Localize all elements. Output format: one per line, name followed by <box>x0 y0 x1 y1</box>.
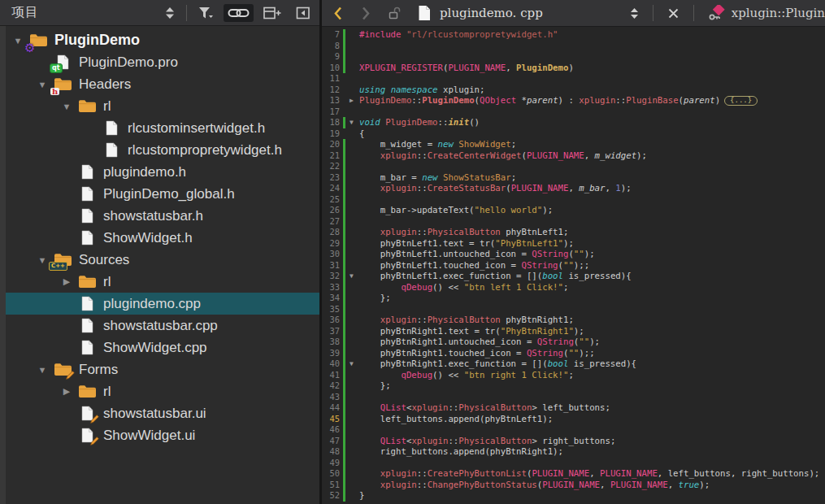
tree-item[interactable]: ▼C++Sources <box>0 249 319 271</box>
tree-item[interactable]: rlcustominsertwidget.h <box>0 117 319 139</box>
tree-item[interactable]: ▶rl <box>0 271 319 293</box>
diff-added-bar <box>343 326 345 337</box>
diff-added-bar <box>343 29 345 41</box>
tree-item[interactable]: showstatusbar.cpp <box>0 315 319 337</box>
code-line-text[interactable]: m_bar = new ShowStatusBar; <box>359 172 516 184</box>
tree-item[interactable]: ▼rl <box>0 95 319 117</box>
tree-item[interactable]: showstatusbar.ui <box>0 402 319 424</box>
diff-bar-spacer <box>343 73 345 85</box>
code-line: 39 phyBtnRight1.touched_icon = QString("… <box>322 348 825 359</box>
chevron-down-icon[interactable]: ▼ <box>33 365 52 375</box>
tree-item[interactable]: ▶rl <box>0 380 319 402</box>
code-line-text[interactable]: phyBtnRight1.touched_icon = QString("");… <box>359 348 595 359</box>
code-line-text[interactable]: qDebug() << "btn left 1 Click!"; <box>359 282 568 293</box>
fold-expanded-icon[interactable]: ▼ <box>345 358 358 370</box>
code-line-text[interactable]: phyBtnLeft1.untouched_icon = QString("")… <box>359 249 595 260</box>
line-number: 20 <box>322 139 340 150</box>
code-line: 22 <box>322 161 825 172</box>
chevron-right-icon[interactable]: ▶ <box>57 276 76 287</box>
file-icon <box>76 317 98 335</box>
code-line-text[interactable]: xplugin::CreatePhyButtonList(PLUGIN_NAME… <box>359 468 819 480</box>
tree-item[interactable]: qtPluginDemo.pro <box>0 51 319 73</box>
filter-icon[interactable] <box>194 3 218 23</box>
symbol-selector[interactable]: xplugin::Plugin <box>732 6 825 20</box>
document-dropdown-icon[interactable] <box>626 4 643 23</box>
diff-added-bar <box>343 41 345 52</box>
sort-updown-icon[interactable] <box>161 3 179 23</box>
line-number: 8 <box>322 41 340 52</box>
tree-item[interactable]: rlcustompropretywidget.h <box>0 139 319 161</box>
chevron-right-icon[interactable]: ▶ <box>57 386 76 397</box>
line-number: 51 <box>322 480 340 491</box>
code-line-text[interactable]: phyBtnLeft1.exec_function = [](bool is_p… <box>359 271 632 282</box>
tree-item-label: rlcustominsertwidget.h <box>128 120 265 137</box>
code-line-text[interactable]: xplugin::CreateStatusBar(PLUGIN_NAME, m_… <box>359 183 632 194</box>
code-line-text[interactable]: left_buttons.append(phyBtnLeft1); <box>359 414 553 425</box>
code-line-text[interactable]: } <box>359 490 364 502</box>
line-number: 40 <box>322 358 340 370</box>
diff-added-bar <box>343 348 345 359</box>
code-line-text[interactable]: #include "rl/rlcustompropretywidget.h" <box>359 29 558 41</box>
chevron-down-icon[interactable]: ▼ <box>57 102 76 111</box>
close-panel-icon[interactable] <box>292 3 315 23</box>
diff-added-bar <box>343 260 345 272</box>
split-panel-icon[interactable] <box>259 3 286 23</box>
line-number: 9 <box>322 51 340 63</box>
fold-expanded-icon[interactable]: ▼ <box>345 271 358 282</box>
code-line-text[interactable]: xplugin::PhysicalButton phyBtnLeft1; <box>359 227 568 238</box>
code-line-text[interactable]: QList<xplugin::PhysicalButton> left_butt… <box>359 402 610 414</box>
chevron-down-icon[interactable]: ▼ <box>33 80 52 89</box>
tree-item[interactable]: ShowWidget.ui <box>0 424 319 446</box>
code-line-text[interactable]: phyBtnRight1.untouched_icon = QString(""… <box>359 337 600 348</box>
code-line-text[interactable]: qDebug() << "btn right 1 Click!"; <box>359 370 574 381</box>
tree-item[interactable]: ▼hHeaders <box>0 73 319 95</box>
tree-item[interactable]: ▼Forms <box>0 358 319 380</box>
tree-item[interactable]: showstatusbar.h <box>0 205 319 227</box>
diff-added-bar <box>343 139 345 150</box>
code-line-text[interactable]: phyBtnRight1.text = tr("PhyBtnRight1"); <box>359 326 584 337</box>
code-line-text[interactable]: QList<xplugin::PhysicalButton> right_but… <box>359 436 615 447</box>
code-line-text[interactable]: { <box>359 128 364 140</box>
code-line-text[interactable]: phyBtnRight1.exec_function = [](bool is_… <box>359 358 636 370</box>
fold-collapsed-icon[interactable]: ▶ <box>345 95 358 106</box>
forward-icon[interactable] <box>356 2 376 24</box>
code-line-text[interactable]: phyBtnLeft1.text = tr("PhyBtnLeft1"); <box>359 238 574 250</box>
tree-item[interactable]: PluginDemo_global.h <box>0 183 319 205</box>
tree-item-label: rl <box>103 98 111 115</box>
close-icon[interactable] <box>663 4 684 23</box>
code-line-text[interactable]: m_widget = new ShowWidget; <box>359 139 516 150</box>
line-number: 49 <box>322 458 340 469</box>
code-line-text[interactable]: XPLUGIN_REGISTER(PLUGIN_NAME, PluginDemo… <box>359 63 574 74</box>
fold-expanded-icon[interactable]: ▼ <box>345 117 358 128</box>
line-number: 29 <box>322 238 340 250</box>
code-line-text[interactable]: void PluginDemo::init() <box>359 117 480 128</box>
line-number: 18 <box>322 117 340 128</box>
tree-item[interactable]: ShowWidget.cpp <box>0 337 319 358</box>
tree-item[interactable]: plugindemo.cpp <box>0 293 319 315</box>
code-line-text[interactable]: PluginDemo::PluginDemo(QObject *parent) … <box>359 95 758 106</box>
symbol-key-icon[interactable] <box>704 2 732 24</box>
unlock-icon[interactable] <box>384 2 406 24</box>
code-line-text[interactable]: }; <box>359 293 391 304</box>
code-line: 31 phyBtnLeft1.touched_icon = QString(""… <box>322 260 825 272</box>
code-line-text[interactable]: xplugin::ChangePhyButtonStatus(PLUGIN_NA… <box>359 480 710 491</box>
tree-item-label: showstatusbar.cpp <box>103 318 218 334</box>
code-line: 32▼ phyBtnLeft1.exec_function = [](bool … <box>322 271 825 282</box>
code-line: 44 QList<xplugin::PhysicalButton> left_b… <box>322 402 825 414</box>
link-with-editor-icon[interactable] <box>224 4 254 22</box>
code-line-text[interactable]: xplugin::PhysicalButton phyBtnRight1; <box>359 315 574 326</box>
code-line-text[interactable]: using namespace xplugin; <box>359 85 484 96</box>
code-line-text[interactable]: phyBtnLeft1.touched_icon = QString("");; <box>359 260 589 272</box>
code-line-text[interactable]: right_buttons.append(phyBtnRight1); <box>359 446 563 458</box>
line-number: 22 <box>322 161 340 172</box>
code-editor[interactable]: 7#include "rl/rlcustompropretywidget.h"8… <box>322 27 825 504</box>
code-line-text[interactable]: }; <box>359 380 391 392</box>
tree-item[interactable]: ShowWidget.h <box>0 227 319 249</box>
back-icon[interactable] <box>328 2 348 24</box>
line-number: 10 <box>322 63 340 74</box>
tree-item[interactable]: ▼⚙PluginDemo <box>0 29 319 51</box>
code-line: 47 QList<xplugin::PhysicalButton> right_… <box>322 436 825 447</box>
code-line-text[interactable]: m_bar->updateText("hello world"); <box>359 205 553 216</box>
code-line-text[interactable]: xplugin::CreateCenterWidget(PLUGIN_NAME,… <box>359 150 647 162</box>
tree-item[interactable]: plugindemo.h <box>0 161 319 183</box>
